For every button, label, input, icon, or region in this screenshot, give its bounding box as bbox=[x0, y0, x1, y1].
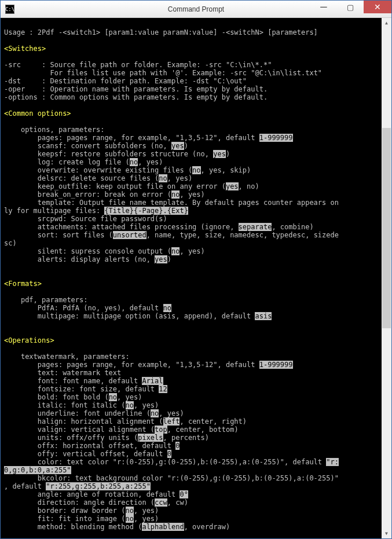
scroll-thumb[interactable] bbox=[382, 128, 391, 328]
vertical-scrollbar[interactable]: ▲ ▼ bbox=[382, 18, 391, 538]
minimize-button[interactable]: ─ bbox=[310, 1, 337, 13]
titlebar[interactable]: C:\ Command Prompt ─ ▢ ✕ bbox=[1, 1, 391, 18]
cmd-icon: C:\ bbox=[5, 5, 14, 14]
scroll-down-button[interactable]: ▼ bbox=[382, 529, 391, 538]
window-frame: C:\ Command Prompt ─ ▢ ✕ Usage : 2Pdf -<… bbox=[0, 0, 392, 539]
maximize-button[interactable]: ▢ bbox=[337, 1, 364, 13]
console-output: Usage : 2Pdf -<switch1> [param1:value pa… bbox=[1, 18, 382, 538]
scroll-up-button[interactable]: ▲ bbox=[382, 18, 391, 28]
content-area: Usage : 2Pdf -<switch1> [param1:value pa… bbox=[1, 18, 391, 538]
window-controls: ─ ▢ ✕ bbox=[310, 1, 391, 17]
scroll-track[interactable] bbox=[382, 28, 391, 529]
close-button[interactable]: ✕ bbox=[364, 1, 391, 13]
